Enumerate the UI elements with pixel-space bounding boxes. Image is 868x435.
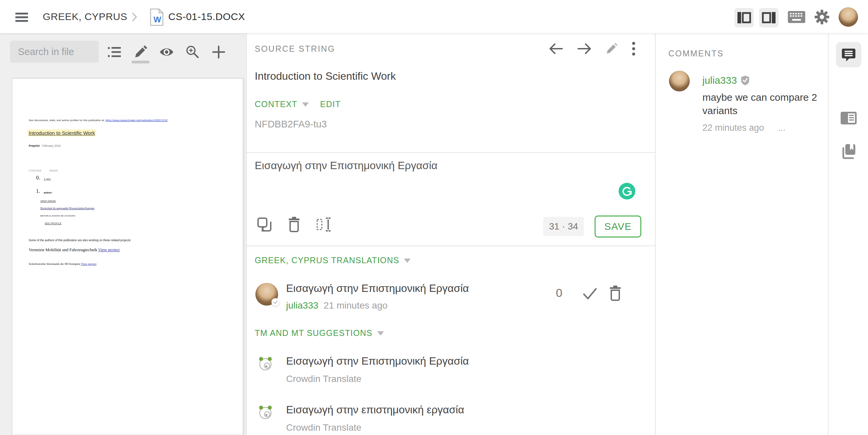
doc-see-profile-link[interactable]: SEE PROFILE: [45, 222, 61, 225]
user-avatar[interactable]: [839, 7, 858, 27]
doc-intro-link[interactable]: https://www.researchgate.net/publication…: [105, 119, 167, 122]
comment-author-avatar: [669, 71, 690, 91]
arrow-right-icon: [577, 42, 592, 55]
document-preview-page: See discussions, stats, and author profi…: [12, 78, 243, 435]
suggestion-text[interactable]: Εισαγωγή στην Επιστημονική Εργασία: [286, 355, 469, 367]
keyboard-icon[interactable]: [788, 11, 805, 23]
caret-down-icon: [377, 331, 384, 336]
comment-time: 22 minutes ago: [703, 123, 764, 133]
top-bar: GREEK, CYPRUS W CS-01-15.DOCX: [0, 0, 868, 33]
books-icon: [841, 143, 857, 160]
pencil-icon: [605, 42, 618, 55]
svg-text:W: W: [154, 15, 161, 24]
translation-text[interactable]: Εισαγωγή στην Επιστημονική Εργασία: [286, 282, 469, 295]
menu-icon[interactable]: [15, 12, 29, 23]
right-sidebar: [828, 33, 868, 435]
panel-right-toggle-button[interactable]: [759, 8, 778, 27]
doc-project2-line: Schriftenreihe Informatik der HS Kempten…: [29, 262, 96, 266]
comment-meta: 22 minutes ago ...: [703, 123, 785, 133]
doc-list-number-1: 1.: [36, 188, 40, 194]
caret-down-icon: [404, 259, 411, 263]
doc-stats-labels: CITATIONS READS: [29, 169, 58, 172]
doc-related-note: Some of the authors of this publication …: [29, 238, 131, 242]
context-value: NFDBB2FA9-tu3: [255, 119, 327, 130]
comment-more-button[interactable]: ...: [778, 123, 785, 133]
doc-reads-label: READS: [50, 169, 58, 172]
doc-pub-label: PUBLICATIONS: [43, 214, 60, 217]
char-counter: 31 · 34: [543, 217, 584, 236]
gear-icon[interactable]: [814, 9, 830, 25]
doc-project2-link[interactable]: View project: [81, 262, 96, 266]
edit-mode-active-indicator: [131, 61, 150, 63]
translation-byline: julia333 21 minutes ago: [286, 300, 388, 311]
doc-intro-text: See discussions, stats, and author profi…: [29, 119, 105, 122]
doc-reads-value: 2,401: [44, 178, 51, 181]
translation-author-link[interactable]: julia333: [286, 300, 318, 310]
shield-check-icon: [741, 75, 749, 86]
zoom-in-icon[interactable]: [185, 45, 200, 59]
context-edit-button[interactable]: EDIT: [320, 99, 341, 109]
translation-input[interactable]: Εισαγωγή στην Επιστημονική Εργασία: [255, 160, 589, 172]
breadcrumb-chevron-icon: [131, 12, 138, 23]
arrow-left-icon: [549, 42, 563, 55]
edit-source-button[interactable]: [605, 42, 618, 55]
copy-source-icon[interactable]: [257, 217, 272, 232]
comments-tab-button[interactable]: [836, 42, 861, 67]
edit-mode-icon[interactable]: [133, 45, 148, 59]
doc-affiliation-link[interactable]: Hochschule für angewandte Wissenschaften…: [40, 207, 94, 210]
suggestion-text[interactable]: Εισαγωγή στην επιστημονική εργασία: [286, 404, 464, 416]
breadcrumb-project[interactable]: GREEK, CYPRUS: [43, 11, 127, 22]
panda-icon: [257, 404, 273, 422]
glossary-tab-button[interactable]: [836, 139, 861, 164]
delete-translation-icon[interactable]: [609, 286, 621, 301]
divider: [247, 245, 655, 246]
doc-list-number-0: 0.: [36, 175, 40, 181]
approve-check-icon[interactable]: [583, 288, 597, 300]
doc-type-date: · February 2015: [40, 144, 60, 147]
select-text-icon[interactable]: [316, 217, 334, 232]
clear-translation-icon[interactable]: [288, 217, 300, 232]
comment-icon: [841, 47, 856, 62]
panel-left-toggle-button[interactable]: [735, 8, 754, 27]
source-string-label: SOURCE STRING: [255, 44, 335, 54]
add-icon[interactable]: [211, 45, 226, 59]
doc-intro-line: See discussions, stats, and author profi…: [29, 119, 167, 122]
doc-active-string-highlight[interactable]: Introduction to Scientific Work: [27, 129, 96, 136]
doc-project1-line: Vernetzte Mobilität und Fahrzeugtechnik …: [29, 247, 120, 253]
comment-author-link[interactable]: julia333: [703, 75, 737, 86]
doc-author-label: author:: [44, 191, 53, 194]
source-string-text: Introduction to Scientific Work: [255, 70, 396, 82]
file-preview-panel: See discussions, stats, and author profi…: [0, 33, 246, 435]
breadcrumb-file[interactable]: CS-01-15.DOCX: [168, 11, 245, 22]
search-input[interactable]: [10, 41, 99, 63]
doc-project2-text: Schriftenreihe Informatik der HS Kempten: [29, 262, 80, 266]
eye-icon[interactable]: [159, 45, 174, 59]
divider: [247, 152, 655, 153]
doc-author-link[interactable]: Ulrich Göhner: [40, 199, 56, 202]
strings-list-icon[interactable]: [107, 45, 122, 59]
kebab-menu-icon[interactable]: [632, 41, 636, 56]
context-toggle[interactable]: CONTEXT: [255, 99, 298, 109]
next-string-button[interactable]: [577, 42, 592, 55]
suggestion-provider: Crowdin Translate: [286, 374, 362, 384]
doc-author-stats: 64 PUBLICATIONS 33 CITATIONS: [40, 214, 75, 217]
doc-type-line: Preprint · February 2015: [29, 144, 60, 147]
translations-section-header[interactable]: GREEK, CYPRUS TRANSLATIONS: [255, 256, 399, 265]
editor-panel: SOURCE STRING Introduction to S: [246, 33, 655, 435]
previous-string-button[interactable]: [549, 42, 563, 55]
suggestions-section-header[interactable]: TM AND MT SUGGESTIONS: [255, 328, 373, 338]
doc-project1-link[interactable]: View project: [98, 247, 120, 252]
grammarly-icon[interactable]: [619, 183, 635, 199]
caret-down-icon: [302, 102, 309, 107]
vote-count: 0: [556, 286, 562, 300]
comments-panel: COMMENTS julia333 maybe we can compare 2…: [655, 33, 828, 435]
translation-time: 21 minutes ago: [323, 300, 387, 310]
card-icon: [840, 111, 857, 125]
suggestion-provider: Crowdin Translate: [286, 422, 362, 433]
comments-header: COMMENTS: [669, 49, 724, 58]
save-button[interactable]: SAVE: [595, 215, 641, 237]
context-tab-button[interactable]: [836, 108, 861, 128]
doc-type-label: Preprint: [29, 144, 40, 147]
translator-badge-icon: [271, 298, 279, 306]
translation-author-avatar: [255, 283, 278, 306]
